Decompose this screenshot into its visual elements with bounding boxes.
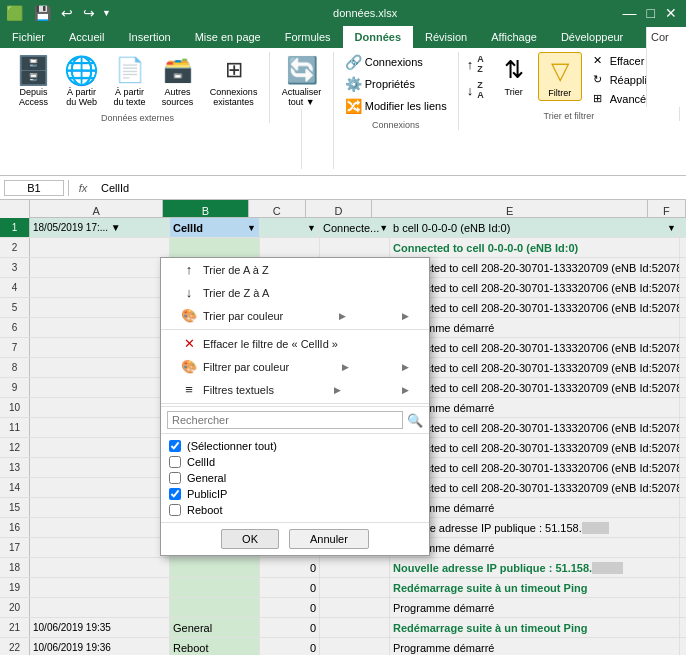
filter-buttons: OK Annuler	[161, 522, 429, 555]
sort-za-icon: ↓	[181, 285, 197, 300]
tab-formules[interactable]: Formules	[273, 26, 343, 48]
tab-revision[interactable]: Révision	[413, 26, 479, 48]
tab-mise-en-page[interactable]: Mise en page	[183, 26, 273, 48]
checkbox-reboot[interactable]	[169, 504, 181, 516]
menu-item-text-filters[interactable]: ≡ Filtres textuels ▶	[161, 378, 429, 401]
checkbox-all[interactable]	[169, 440, 181, 452]
col-header-f[interactable]: F	[648, 200, 686, 217]
qat-undo[interactable]: ↩	[58, 4, 76, 22]
text-filter-icon: ≡	[181, 382, 197, 397]
effacer-icon: ✕	[590, 54, 606, 67]
btn-sort-za[interactable]: ↓ZA	[465, 78, 486, 102]
cell-1a[interactable]: 18/05/2019 17:... ▼	[30, 218, 170, 237]
menu-item-filter-color[interactable]: 🎨 Filtrer par couleur ▶	[161, 355, 429, 378]
qat-redo[interactable]: ↪	[80, 4, 98, 22]
btn-sort-az[interactable]: ↑AZ	[465, 52, 486, 76]
menu-item-sort-za[interactable]: ↓ Trier de Z à A	[161, 281, 429, 304]
col-header-b[interactable]: B	[163, 200, 249, 217]
tab-donnees[interactable]: Données	[343, 26, 413, 48]
clear-icon: ✕	[181, 336, 197, 351]
tab-accueil[interactable]: Accueil	[57, 26, 116, 48]
cor-label: Cor	[651, 31, 669, 43]
btn-depuis-texte[interactable]: 📄 À partirdu texte	[108, 52, 152, 109]
checkbox-publicip[interactable]	[169, 488, 181, 500]
cellid-dropdown-arrow[interactable]: ▼	[247, 220, 256, 236]
excel-icon: 🟩	[6, 5, 23, 21]
filter-checklist: (Sélectionner tout) CellId General Publi…	[161, 434, 429, 522]
cell-1d[interactable]: Connecte...▼	[320, 218, 390, 237]
table-row: 19 0 Redémarrage suite à un timeout Ping	[0, 578, 686, 598]
search-icon: 🔍	[407, 413, 423, 428]
check-item-cellid[interactable]: CellId	[169, 454, 421, 470]
group-label-trier-filtrer: Trier et filtrer	[543, 111, 594, 121]
row-num-1: 1	[0, 218, 30, 237]
table-row: 21 10/06/2019 19:35 General 0 Redémarrag…	[0, 618, 686, 638]
btn-trier[interactable]: ⇅ Trier	[494, 52, 534, 99]
filter-search-area: 🔍	[161, 406, 429, 434]
sort-az-icon: ↑	[181, 262, 197, 277]
btn-depuis-access[interactable]: 🗄️ DepuisAccess	[12, 52, 56, 109]
col-header-a[interactable]: A	[30, 200, 163, 217]
btn-proprietes[interactable]: ⚙️ Propriétés	[341, 74, 451, 94]
btn-depuis-web[interactable]: 🌐 À partirdu Web	[60, 52, 104, 109]
btn-filtrer[interactable]: ▽ Filtrer	[538, 52, 582, 101]
tab-developpeur[interactable]: Développeur	[549, 26, 635, 48]
qat-dropdown[interactable]: ▼	[102, 8, 111, 18]
cell-1c[interactable]: ▼	[260, 218, 320, 237]
checkbox-general[interactable]	[169, 472, 181, 484]
check-item-publicip[interactable]: PublicIP	[169, 486, 421, 502]
menu-item-sort-az[interactable]: ↑ Trier de A à Z	[161, 258, 429, 281]
formula-input[interactable]: CellId	[97, 181, 682, 195]
table-row: 22 10/06/2019 19:36 Reboot 0 Programme d…	[0, 638, 686, 655]
proprietes-icon: ⚙️	[345, 76, 361, 92]
row-num-header-corner	[0, 200, 30, 218]
col-header-d[interactable]: D	[306, 200, 373, 217]
btn-autres-sources[interactable]: 🗃️ Autressources	[156, 52, 200, 109]
filter-dropdown: ↑ Trier de A à Z ↓ Trier de Z à A 🎨 Trie…	[160, 257, 430, 556]
check-item-general[interactable]: General	[169, 470, 421, 486]
btn-actualiser[interactable]: 🔄 Actualisertout ▼	[278, 52, 326, 109]
tab-insertion[interactable]: Insertion	[116, 26, 182, 48]
qat-save[interactable]: 💾	[31, 4, 54, 22]
cell-1e[interactable]: b cell 0-0-0-0 (eNB Id:0)▼	[390, 218, 680, 237]
col-header-c[interactable]: C	[249, 200, 306, 217]
reappliquer-icon: ↻	[590, 73, 606, 86]
table-row: 20 0 Programme démarré	[0, 598, 686, 618]
menu-item-clear-filter[interactable]: ✕ Effacer le filtre de « CellId »	[161, 332, 429, 355]
window-maximize[interactable]: □	[644, 4, 658, 22]
cancel-button[interactable]: Annuler	[289, 529, 369, 549]
btn-connexions[interactable]: 🔗 Connexions	[341, 52, 451, 72]
btn-connexions-existantes[interactable]: ⊞ Connexionsexistantes	[204, 52, 264, 109]
table-row: 18 0 Nouvelle adresse IP publique : 51.1…	[0, 558, 686, 578]
group-label-donnees-externes: Données externes	[101, 113, 174, 123]
btn-modifier-liens[interactable]: 🔀 Modifier les liens	[341, 96, 451, 116]
ok-button[interactable]: OK	[221, 529, 279, 549]
check-item-reboot[interactable]: Reboot	[169, 502, 421, 518]
connexions-icon: 🔗	[345, 54, 361, 70]
avance-icon: ⊞	[590, 92, 606, 105]
filter-color-icon: 🎨	[181, 359, 197, 374]
liens-icon: 🔀	[345, 98, 361, 114]
check-item-all[interactable]: (Sélectionner tout)	[169, 438, 421, 454]
tab-fichier[interactable]: Fichier	[0, 26, 57, 48]
title-bar: données.xlsx	[115, 7, 616, 19]
cell-1b[interactable]: CellId ▼	[170, 218, 260, 237]
fx-label: fx	[73, 181, 93, 195]
window-minimize[interactable]: —	[620, 4, 640, 22]
table-row: 2 Connected to cell 0-0-0-0 (eNB Id:0)	[0, 238, 686, 258]
color-icon: 🎨	[181, 308, 197, 323]
menu-item-sort-color[interactable]: 🎨 Trier par couleur ▶	[161, 304, 429, 327]
group-label-connexions: Connexions	[372, 120, 420, 130]
tab-affichage[interactable]: Affichage	[479, 26, 549, 48]
window-close[interactable]: ✕	[662, 4, 680, 22]
filter-search-input[interactable]	[167, 411, 403, 429]
checkbox-cellid[interactable]	[169, 456, 181, 468]
cell-reference-box[interactable]: B1	[4, 180, 64, 196]
col-header-e[interactable]: E	[372, 200, 648, 217]
